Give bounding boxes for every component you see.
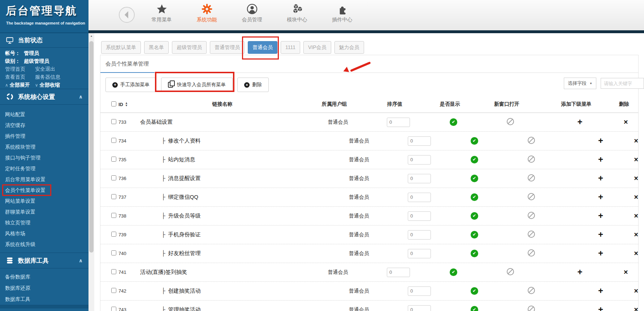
nav-item-common-menu[interactable]: 常用菜单 bbox=[143, 4, 181, 23]
sort-value-input[interactable] bbox=[408, 230, 431, 240]
nav-item-system-functions[interactable]: 系统功能 bbox=[188, 4, 226, 23]
sidebar-link-safe-logout[interactable]: 安全退出 bbox=[35, 66, 55, 72]
nav-item-module-center[interactable]: 模块中心 bbox=[278, 4, 316, 23]
sidebar-item-清空缓存[interactable]: 清空缓存 bbox=[0, 120, 88, 131]
new-window-ban-icon[interactable] bbox=[528, 137, 535, 144]
row-checkbox[interactable] bbox=[111, 194, 116, 199]
delete-row-icon[interactable]: × bbox=[634, 156, 638, 163]
row-checkbox[interactable] bbox=[111, 119, 116, 124]
row-checkbox[interactable] bbox=[111, 288, 116, 293]
new-window-ban-icon[interactable] bbox=[528, 174, 535, 181]
sort-value-input[interactable] bbox=[408, 211, 431, 221]
sidebar-link-manage-home[interactable]: 管理首页 bbox=[5, 65, 34, 73]
scrollbar-thumb[interactable] bbox=[89, 41, 94, 253]
row-checkbox[interactable] bbox=[111, 269, 116, 274]
sort-icon[interactable]: ▲▼ bbox=[125, 102, 128, 107]
sidebar-section-header-system-core[interactable]: 系统核心设置∧ bbox=[0, 89, 88, 105]
add-child-icon[interactable]: + bbox=[598, 248, 603, 258]
new-window-ban-icon[interactable] bbox=[528, 212, 535, 219]
visible-check-icon[interactable]: ✔ bbox=[450, 118, 457, 126]
sort-value-input[interactable] bbox=[408, 174, 431, 183]
add-child-icon[interactable]: + bbox=[598, 192, 603, 202]
row-checkbox[interactable] bbox=[111, 157, 116, 162]
visible-check-icon[interactable]: ✔ bbox=[471, 175, 478, 182]
sidebar-item-网站菜单设置[interactable]: 网站菜单设置 bbox=[0, 196, 88, 206]
visible-check-icon[interactable]: ✔ bbox=[471, 193, 478, 201]
sort-value-input[interactable] bbox=[387, 118, 410, 127]
add-child-icon[interactable]: + bbox=[598, 136, 603, 145]
sidebar-item-群聊菜单设置[interactable]: 群聊菜单设置 bbox=[0, 206, 88, 217]
delete-row-icon[interactable]: × bbox=[634, 193, 638, 201]
sidebar-item-数据库还原[interactable]: 数据库还原 bbox=[0, 282, 88, 294]
new-window-ban-icon[interactable] bbox=[528, 249, 535, 257]
tab-普通会员[interactable]: 普通会员 bbox=[248, 41, 277, 54]
delete-row-icon[interactable]: × bbox=[624, 268, 628, 276]
sidebar-item-独立页管理[interactable]: 独立页管理 bbox=[0, 217, 88, 228]
keyword-search-input[interactable] bbox=[601, 78, 644, 89]
tab-魅力会员[interactable]: 魅力会员 bbox=[334, 41, 364, 54]
delete-row-icon[interactable]: × bbox=[634, 137, 638, 145]
visible-check-icon[interactable]: ✔ bbox=[471, 212, 478, 220]
tab-黑名单[interactable]: 黑名单 bbox=[144, 41, 169, 54]
field-select-dropdown[interactable]: 选择字段 ▼ bbox=[564, 78, 596, 89]
add-child-icon[interactable]: + bbox=[577, 267, 582, 277]
delete-row-icon[interactable]: × bbox=[634, 249, 638, 257]
expand-all-toggle[interactable]: 全部展开 bbox=[10, 82, 30, 88]
delete-row-icon[interactable]: × bbox=[634, 231, 638, 238]
sidebar-item-后台常用菜单设置[interactable]: 后台常用菜单设置 bbox=[0, 174, 88, 185]
new-window-ban-icon[interactable] bbox=[528, 193, 535, 200]
sidebar-link-server-info[interactable]: 服务器信息 bbox=[35, 74, 60, 80]
sidebar-item-备份数据库[interactable]: 备份数据库 bbox=[0, 271, 88, 282]
delete-row-icon[interactable]: × bbox=[624, 118, 628, 126]
add-child-icon[interactable]: + bbox=[598, 286, 603, 295]
sidebar-item-接口与钩子管理[interactable]: 接口与钩子管理 bbox=[0, 152, 88, 163]
new-window-ban-icon[interactable] bbox=[528, 287, 535, 294]
row-checkbox[interactable] bbox=[111, 307, 116, 311]
nav-item-plugin-center[interactable]: 插件中心 bbox=[323, 4, 361, 23]
add-child-icon[interactable]: + bbox=[598, 305, 603, 311]
new-window-ban-icon[interactable] bbox=[528, 306, 535, 311]
sidebar-scrollbar[interactable]: ▲ bbox=[88, 33, 94, 311]
delete-row-icon[interactable]: × bbox=[634, 287, 638, 295]
add-child-icon[interactable]: + bbox=[598, 173, 603, 183]
row-checkbox[interactable] bbox=[111, 175, 116, 180]
delete-row-icon[interactable]: × bbox=[634, 174, 638, 182]
tab-超级管理员[interactable]: 超级管理员 bbox=[172, 41, 207, 54]
tab-VIP会员[interactable]: VIP会员 bbox=[303, 41, 331, 54]
select-all-checkbox[interactable] bbox=[111, 101, 116, 106]
scrollbar-up-icon[interactable]: ▲ bbox=[88, 33, 94, 39]
sidebar-item-风格市场[interactable]: 风格市场 bbox=[0, 228, 88, 239]
new-window-ban-icon[interactable] bbox=[528, 231, 535, 238]
tab-普通管理员[interactable]: 普通管理员 bbox=[210, 41, 245, 54]
back-button[interactable] bbox=[118, 6, 135, 23]
sort-value-input[interactable] bbox=[408, 136, 431, 146]
sidebar-item-数据库工具[interactable]: 数据库工具 bbox=[0, 294, 88, 305]
add-child-icon[interactable]: + bbox=[598, 211, 603, 220]
sidebar-item-会员个性菜单设置[interactable]: 会员个性菜单设置 bbox=[0, 185, 88, 196]
row-checkbox[interactable] bbox=[111, 213, 116, 218]
sort-value-input[interactable] bbox=[387, 268, 410, 277]
visible-check-icon[interactable]: ✔ bbox=[471, 137, 478, 145]
visible-check-icon[interactable]: ✔ bbox=[471, 306, 478, 311]
sort-value-input[interactable] bbox=[408, 155, 431, 165]
add-child-icon[interactable]: + bbox=[598, 154, 603, 164]
sidebar-item-插件管理[interactable]: 插件管理 bbox=[0, 131, 88, 141]
sidebar-item-系统模块管理[interactable]: 系统模块管理 bbox=[0, 141, 88, 152]
collapse-all-toggle[interactable]: 全部收缩 bbox=[39, 82, 60, 88]
tab-系统默认菜单[interactable]: 系统默认菜单 bbox=[101, 41, 141, 54]
sidebar-item-系统在线升级[interactable]: 系统在线升级 bbox=[0, 239, 88, 250]
add-child-icon[interactable]: + bbox=[598, 229, 603, 239]
row-checkbox[interactable] bbox=[111, 250, 116, 255]
visible-check-icon[interactable]: ✔ bbox=[471, 156, 478, 163]
visible-check-icon[interactable]: ✔ bbox=[471, 250, 478, 257]
delete-button[interactable]: × 删除 bbox=[237, 78, 269, 92]
quick-import-button[interactable]: 快速导入会员所有菜单 bbox=[161, 78, 233, 92]
visible-check-icon[interactable]: ✔ bbox=[471, 231, 478, 238]
sidebar-section-header-database-tools[interactable]: 数据库工具∧ bbox=[0, 253, 88, 268]
row-checkbox[interactable] bbox=[111, 138, 116, 143]
tab-1111[interactable]: 1111 bbox=[281, 41, 300, 54]
sort-value-input[interactable] bbox=[408, 249, 431, 258]
nav-item-member-management[interactable]: 会员管理 bbox=[233, 4, 271, 23]
visible-check-icon[interactable]: ✔ bbox=[471, 287, 478, 295]
delete-row-icon[interactable]: × bbox=[634, 306, 638, 311]
